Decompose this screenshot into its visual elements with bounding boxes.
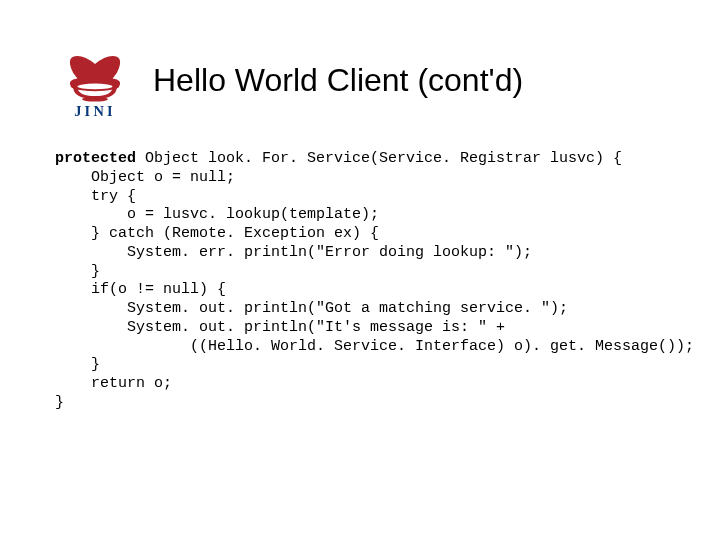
jini-logo: JINI <box>55 40 135 120</box>
kw-protected: protected <box>55 150 136 167</box>
code-block: protected Object look. For. Service(Serv… <box>0 140 720 413</box>
code-line-11: ((Hello. World. Service. Interface) o). … <box>55 338 694 355</box>
code-line-14: } <box>55 394 64 411</box>
slide-header: JINI Hello World Client (cont'd) <box>0 0 720 140</box>
svg-point-2 <box>82 97 108 102</box>
code-line-6: System. err. println("Error doing lookup… <box>55 244 532 261</box>
code-line-12: } <box>55 356 100 373</box>
code-line-7: } <box>55 263 100 280</box>
code-line-4: o = lusvc. lookup(template); <box>55 206 379 223</box>
code-line-3: try { <box>55 188 136 205</box>
code-line-9: System. out. println("Got a matching ser… <box>55 300 568 317</box>
code-line-10: System. out. println("It's message is: "… <box>55 319 505 336</box>
slide-title: Hello World Client (cont'd) <box>153 62 523 99</box>
code-line-1: Object look. For. Service(Service. Regis… <box>136 150 622 167</box>
slide: JINI Hello World Client (cont'd) protect… <box>0 0 720 540</box>
svg-point-1 <box>77 84 112 90</box>
svg-text:JINI: JINI <box>74 103 116 119</box>
code-line-2: Object o = null; <box>55 169 235 186</box>
code-line-5: } catch (Remote. Exception ex) { <box>55 225 379 242</box>
code-line-13: return o; <box>55 375 172 392</box>
code-line-8: if(o != null) { <box>55 281 226 298</box>
